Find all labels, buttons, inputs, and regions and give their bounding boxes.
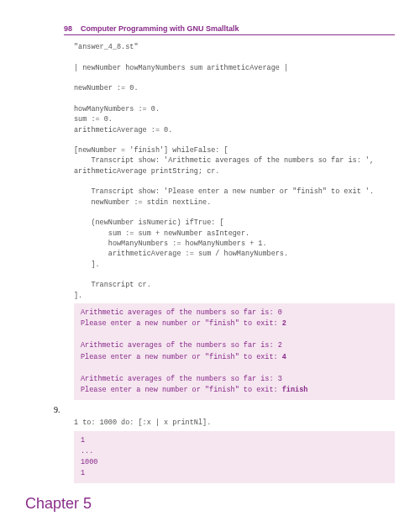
user-input: finish [282, 386, 308, 394]
output-line: Arithmetic averages of the numbers so fa… [81, 375, 282, 383]
code-block-answer: "answer_4_8.st" | newNumber howManyNumbe… [74, 42, 395, 301]
user-input: 2 [282, 319, 286, 328]
page-number: 98 [64, 24, 72, 33]
output-line: Please enter a new number or "finish" to… [81, 386, 282, 394]
code-block-loop: 1 to: 1000 do: [:x | x printNl]. [74, 418, 395, 428]
output-block-1: Arithmetic averages of the numbers so fa… [74, 303, 395, 400]
list-marker-9: 9. [54, 405, 395, 414]
chapter-heading: Chapter 5 [25, 495, 395, 513]
user-input: 4 [282, 353, 286, 361]
output-line: Please enter a new number or "finish" to… [81, 319, 282, 328]
output-line: Arithmetic averages of the numbers so fa… [81, 308, 282, 317]
output-line: Please enter a new number or "finish" to… [81, 353, 282, 361]
book-title: Computer Programming with GNU Smalltalk [75, 24, 239, 33]
page-header: 98 Computer Programming with GNU Smallta… [64, 24, 395, 35]
output-block-2: 1 ... 1000 1 [74, 431, 395, 484]
output-line: Arithmetic averages of the numbers so fa… [81, 341, 282, 350]
